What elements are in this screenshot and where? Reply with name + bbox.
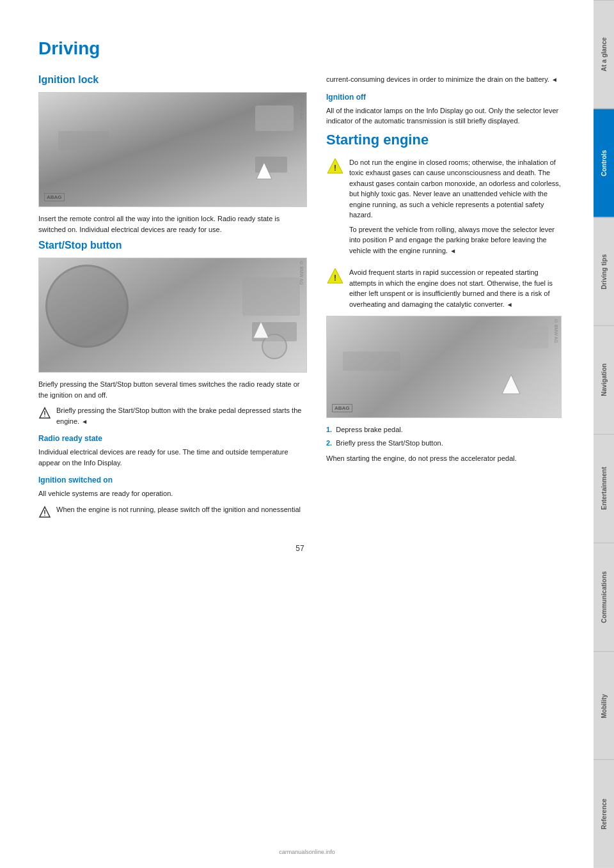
image-watermark-3: © BMW AG	[554, 319, 558, 343]
svg-marker-1	[253, 322, 269, 338]
sidebar-tab-controls[interactable]: Controls	[594, 109, 614, 217]
sidebar-tab-navigation[interactable]: Navigation	[594, 325, 614, 434]
warning-text-1: Do not run the engine in closed rooms; o…	[349, 157, 562, 261]
image-watermark: © BMW AG	[299, 95, 304, 120]
watermark: carmanualsonline.info	[279, 849, 335, 855]
sidebar-tab-reference[interactable]: Reference	[594, 759, 614, 868]
svg-marker-12	[502, 375, 520, 394]
sidebar-tab-at-a-glance[interactable]: At a glance	[594, 0, 614, 109]
note-triangle-icon-2	[38, 506, 51, 518]
page-number: 57	[38, 538, 562, 553]
start-stop-note: Briefly pressing the Start/Stop button w…	[38, 405, 307, 426]
ignition-on-body: All vehicle systems are ready for operat…	[38, 488, 307, 499]
starting-engine-heading: Starting engine	[326, 132, 562, 148]
svg-marker-0	[256, 162, 272, 179]
ignition-on-note-text: When the engine is not running, please s…	[56, 504, 301, 515]
ignition-lock-body: Insert the remote control all the way in…	[38, 213, 307, 235]
engine-start-footer: When starting the engine, do not press t…	[326, 453, 562, 464]
note-triangle-icon	[38, 407, 51, 419]
step-1: 1. Depress brake pedal.	[326, 424, 562, 435]
warning-box-2: ! Avoid frequent starts in rapid success…	[326, 267, 562, 309]
ignition-off-body: All of the indicator lamps on the Info D…	[326, 105, 562, 127]
ignition-on-subheading: Ignition switched on	[38, 476, 307, 484]
svg-text:!: !	[334, 273, 336, 283]
ignition-lock-image: ABAG © BMW AG	[38, 92, 307, 207]
radio-ready-body: Individual electrical devices are ready …	[38, 447, 307, 468]
ignition-off-subheading: Ignition off	[326, 93, 562, 102]
warning-box-1: ! Do not run the engine in closed rooms;…	[326, 157, 562, 261]
airbag-label-2: ABAG	[332, 404, 352, 412]
sidebar-tab-mobility[interactable]: Mobility	[594, 651, 614, 760]
svg-point-4	[44, 415, 45, 417]
sidebar-tab-communications[interactable]: Communications	[594, 543, 614, 651]
ignition-lock-heading: Ignition lock	[38, 74, 307, 86]
start-stop-note-text: Briefly pressing the Start/Stop button w…	[56, 405, 307, 426]
sidebar: At a glance Controls Driving tips Naviga…	[594, 0, 614, 868]
ignition-off-continuation: current-consuming devices in order to mi…	[326, 74, 562, 85]
svg-point-7	[44, 515, 45, 516]
start-stop-image: © BMW AG	[38, 258, 307, 373]
ignition-arrow-indicator	[254, 161, 274, 184]
warning-triangle-icon-2: !	[326, 267, 344, 285]
warning-text-2: Avoid frequent starts in rapid successio…	[349, 267, 562, 309]
right-column: current-consuming devices in order to mi…	[326, 74, 562, 525]
start-stop-heading: Start/Stop button	[38, 240, 307, 251]
ignition-on-note: When the engine is not running, please s…	[38, 504, 307, 518]
step-2: 2. Briefly press the Start/Stop button.	[326, 438, 562, 449]
engine-start-image: ABAG © BMW AG	[326, 316, 562, 418]
svg-text:!: !	[334, 163, 336, 173]
radio-ready-subheading: Radio ready state	[38, 434, 307, 443]
airbag-label: ABAG	[44, 193, 65, 201]
sidebar-tab-entertainment[interactable]: Entertainment	[594, 434, 614, 543]
sidebar-tab-driving-tips[interactable]: Driving tips	[594, 217, 614, 326]
left-column: Ignition lock ABAG ©	[38, 74, 307, 525]
start-stop-body: Briefly pressing the Start/Stop button s…	[38, 379, 307, 400]
engine-start-steps: 1. Depress brake pedal. 2. Briefly press…	[326, 424, 562, 448]
warning-triangle-icon-1: !	[326, 157, 344, 175]
page-title: Driving	[38, 38, 562, 59]
image-watermark-2: © BMW AG	[299, 261, 304, 285]
